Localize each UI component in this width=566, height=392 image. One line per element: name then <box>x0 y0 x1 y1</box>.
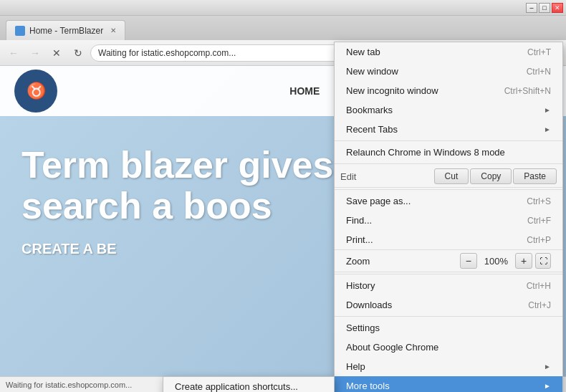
zoom-in-button[interactable]: + <box>515 253 532 269</box>
menu-zoom-row: Zoom − 100% + ⛶ <box>335 249 562 272</box>
menu-new-incognito[interactable]: New incognito window Ctrl+Shift+N <box>335 81 562 100</box>
submenu-create-shortcuts[interactable]: Create application shortcuts... <box>163 377 334 392</box>
menu-divider-2 <box>335 163 562 164</box>
reload-button[interactable]: ↻ <box>69 44 87 62</box>
menu-find[interactable]: Find... Ctrl+F <box>335 211 562 230</box>
tab-bar: Home - TermBlazer ✕ <box>0 16 566 40</box>
address-text: Waiting for istatic.eshopcomp.com... <box>98 48 236 58</box>
menu-new-window[interactable]: New window Ctrl+N <box>335 62 562 81</box>
menu-divider-3 <box>335 189 562 190</box>
tab-close-button[interactable]: ✕ <box>110 27 116 34</box>
menu-history[interactable]: History Ctrl+H <box>335 276 562 295</box>
zoom-out-button[interactable]: − <box>460 253 477 269</box>
fullscreen-button[interactable]: ⛶ <box>535 253 551 269</box>
menu-divider-1 <box>335 140 562 141</box>
status-text: Waiting for istatic.eshopcomp.com... <box>6 381 132 389</box>
active-tab[interactable]: Home - TermBlazer ✕ <box>6 20 125 40</box>
maximize-button[interactable]: □ <box>539 3 550 13</box>
zoom-value: 100% <box>477 256 515 267</box>
cut-button[interactable]: Cut <box>434 168 469 184</box>
stop-button[interactable]: ✕ <box>47 44 66 62</box>
paste-button[interactable]: Paste <box>513 168 557 184</box>
menu-edit-row: Edit Cut Copy Paste <box>335 166 562 188</box>
menu-bookmarks[interactable]: Bookmarks ► <box>335 100 562 120</box>
nav-home: HOME <box>289 85 320 97</box>
menu-relaunch[interactable]: Relaunch Chrome in Windows 8 mode <box>335 143 562 162</box>
minimize-button[interactable]: – <box>526 3 537 13</box>
tab-favicon <box>15 26 25 36</box>
more-tools-submenu: Create application shortcuts... Extensio… <box>163 376 335 392</box>
tab-label: Home - TermBlazer <box>29 26 103 36</box>
edit-button-group: Cut Copy Paste <box>365 168 557 184</box>
website-logo: ♉ <box>14 70 57 113</box>
title-bar: – □ ✕ <box>0 0 566 16</box>
menu-about-chrome[interactable]: About Google Chrome <box>335 338 562 357</box>
menu-save-page[interactable]: Save page as... Ctrl+S <box>335 191 562 211</box>
menu-help[interactable]: Help ► <box>335 357 562 376</box>
menu-recent-tabs[interactable]: Recent Tabs ► <box>335 120 562 139</box>
forward-button[interactable]: → <box>26 44 44 62</box>
menu-print[interactable]: Print... Ctrl+P <box>335 230 562 249</box>
copy-button[interactable]: Copy <box>470 168 512 184</box>
menu-divider-4 <box>335 274 562 274</box>
chrome-menu: New tab Ctrl+T New window Ctrl+N New inc… <box>334 42 563 392</box>
window-controls: – □ ✕ <box>526 3 563 13</box>
menu-settings[interactable]: Settings <box>335 318 562 338</box>
menu-downloads[interactable]: Downloads Ctrl+J <box>335 295 562 315</box>
back-button[interactable]: ← <box>4 44 23 62</box>
close-button[interactable]: ✕ <box>552 3 563 13</box>
menu-new-tab[interactable]: New tab Ctrl+T <box>335 42 562 62</box>
menu-divider-5 <box>335 316 562 317</box>
menu-more-tools[interactable]: More tools ► Create application shortcut… <box>335 376 562 392</box>
